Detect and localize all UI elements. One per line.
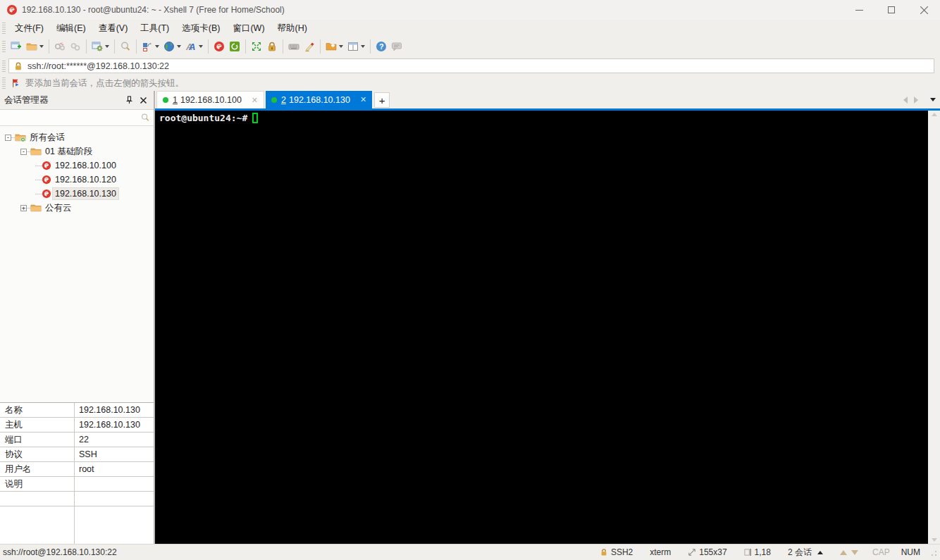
prop-value: root bbox=[75, 462, 154, 476]
next-session-icon[interactable] bbox=[851, 550, 858, 555]
close-button[interactable] bbox=[908, 0, 940, 20]
tab-session-2[interactable]: 2 192.168.10.130 ✕ bbox=[266, 91, 372, 108]
find-button[interactable] bbox=[118, 38, 133, 55]
folder-icon bbox=[30, 147, 42, 156]
lock-button[interactable] bbox=[264, 38, 280, 55]
tree-item-folder-01[interactable]: - 01 基础阶段 bbox=[0, 144, 154, 158]
reconnect-button[interactable] bbox=[68, 38, 83, 55]
menu-window[interactable]: 窗口(W) bbox=[226, 20, 271, 37]
toolbar-separator bbox=[208, 39, 209, 54]
maximize-button[interactable] bbox=[875, 0, 908, 20]
prop-label: 端口 bbox=[0, 433, 75, 447]
menubar: 文件(F) 编辑(E) 查看(V) 工具(T) 选项卡(B) 窗口(W) 帮助(… bbox=[0, 20, 940, 37]
collapse-icon[interactable]: - bbox=[5, 135, 11, 141]
menu-view[interactable]: 查看(V) bbox=[92, 20, 135, 37]
new-file-transfer-button[interactable] bbox=[323, 38, 345, 55]
disconnect-button[interactable] bbox=[52, 38, 68, 55]
tree-item-folder-cloud[interactable]: + 公有云 bbox=[0, 201, 154, 215]
font-button[interactable]: A A bbox=[183, 38, 205, 55]
disconnect-icon bbox=[54, 41, 66, 52]
reconnect-icon bbox=[70, 41, 81, 52]
tab-label: 192.168.10.130 bbox=[289, 95, 350, 105]
tab-close-icon[interactable]: ✕ bbox=[360, 95, 366, 104]
open-session-dropdown-icon[interactable] bbox=[39, 45, 44, 48]
session-properties-dropdown-icon[interactable] bbox=[105, 45, 109, 48]
xftp-button[interactable] bbox=[227, 38, 242, 55]
terminal-scrollbar[interactable] bbox=[928, 111, 940, 544]
pin-panel-button[interactable] bbox=[123, 94, 135, 106]
statusbar-sessions[interactable]: 2 会话 bbox=[779, 547, 831, 559]
tab-list-dropdown-icon[interactable] bbox=[930, 98, 936, 101]
tab-close-icon[interactable]: ✕ bbox=[252, 96, 258, 105]
session-icon bbox=[42, 175, 51, 185]
menu-edit[interactable]: 编辑(E) bbox=[50, 20, 92, 37]
addressbar-grip[interactable] bbox=[2, 61, 6, 72]
new-tab-button[interactable]: + bbox=[374, 92, 390, 108]
chat-button[interactable] bbox=[389, 38, 404, 55]
help-button[interactable]: ? bbox=[373, 38, 389, 55]
menu-file[interactable]: 文件(F) bbox=[8, 20, 50, 37]
statusbar-terminal-type[interactable]: xterm bbox=[641, 547, 679, 557]
collapse-icon[interactable]: - bbox=[20, 149, 27, 155]
session-properties-button[interactable] bbox=[89, 38, 111, 55]
prop-label: 名称 bbox=[0, 403, 75, 417]
xshell-button[interactable] bbox=[211, 38, 227, 55]
scroll-up-icon[interactable] bbox=[932, 113, 937, 116]
fullscreen-button[interactable] bbox=[249, 38, 264, 55]
font-dropdown-icon[interactable] bbox=[199, 45, 203, 48]
prev-session-icon[interactable] bbox=[840, 550, 847, 555]
new-file-dropdown-icon[interactable] bbox=[339, 45, 343, 48]
xshell-icon bbox=[214, 41, 225, 52]
connected-dot-icon bbox=[271, 97, 277, 103]
web-button[interactable] bbox=[161, 38, 183, 55]
table-row: 主机 192.168.10.130 bbox=[0, 418, 154, 433]
layout-dropdown-icon[interactable] bbox=[361, 45, 365, 48]
all-sessions-folder-icon bbox=[15, 132, 26, 142]
expand-icon[interactable]: + bbox=[20, 205, 27, 211]
minimize-icon bbox=[855, 6, 863, 14]
font-icon: A A bbox=[185, 41, 197, 52]
terminal[interactable]: root@ubuntu24:~# bbox=[155, 111, 928, 544]
tree-item-session-100[interactable]: 192.168.10.100 bbox=[0, 158, 154, 173]
web-dropdown-icon[interactable] bbox=[177, 45, 181, 48]
address-field[interactable]: ssh://root:******@192.168.10.130:22 bbox=[8, 58, 934, 73]
tree-item-session-130[interactable]: 192.168.10.130 bbox=[0, 187, 154, 201]
tree-label: 192.168.10.100 bbox=[55, 161, 116, 170]
keyboard-button[interactable] bbox=[286, 38, 302, 55]
layout-button[interactable] bbox=[345, 38, 367, 55]
tree-item-session-120[interactable]: 192.168.10.120 bbox=[0, 173, 154, 187]
scroll-down-icon[interactable] bbox=[932, 538, 937, 542]
highlight-pen-button[interactable] bbox=[302, 38, 317, 55]
tab-session-1[interactable]: 1 192.168.10.100 ✕ bbox=[156, 91, 264, 108]
pin-icon bbox=[125, 96, 133, 104]
layout-icon bbox=[347, 41, 359, 52]
open-folder-icon bbox=[26, 41, 37, 52]
compose-bar-dropdown-icon[interactable] bbox=[155, 45, 159, 48]
tree-item-all-sessions[interactable]: - 所有会话 bbox=[0, 130, 154, 144]
new-session-button[interactable] bbox=[8, 38, 24, 55]
search-icon[interactable] bbox=[140, 113, 150, 123]
toolbar-separator bbox=[86, 39, 87, 54]
prop-value: 22 bbox=[75, 433, 154, 447]
statusbar-cursor-position: 1,18 bbox=[736, 547, 779, 557]
close-panel-button[interactable] bbox=[137, 94, 149, 106]
statusbar-nav-arrows[interactable] bbox=[831, 550, 867, 555]
menubar-grip[interactable] bbox=[2, 23, 6, 34]
tab-scroll-left-icon[interactable] bbox=[903, 97, 908, 104]
toolbar-separator bbox=[320, 39, 321, 54]
minimize-button[interactable] bbox=[843, 0, 875, 20]
menu-help[interactable]: 帮助(H) bbox=[271, 20, 314, 37]
session-search-input[interactable] bbox=[4, 113, 140, 123]
open-session-button[interactable] bbox=[24, 38, 46, 55]
tab-scroll-right-icon[interactable] bbox=[914, 97, 918, 104]
new-session-icon bbox=[11, 41, 22, 52]
compose-bar-button[interactable] bbox=[140, 38, 161, 55]
connected-dot-icon bbox=[163, 97, 168, 103]
menu-tab[interactable]: 选项卡(B) bbox=[175, 20, 226, 37]
terminal-prompt: root@ubuntu24:~# bbox=[159, 113, 247, 123]
menu-tools[interactable]: 工具(T) bbox=[134, 20, 175, 37]
resize-grip[interactable] bbox=[929, 548, 937, 556]
toolbar-grip[interactable] bbox=[2, 41, 6, 52]
address-text: ssh://root:******@192.168.10.130:22 bbox=[27, 61, 169, 71]
infobar-grip[interactable] bbox=[2, 77, 6, 89]
